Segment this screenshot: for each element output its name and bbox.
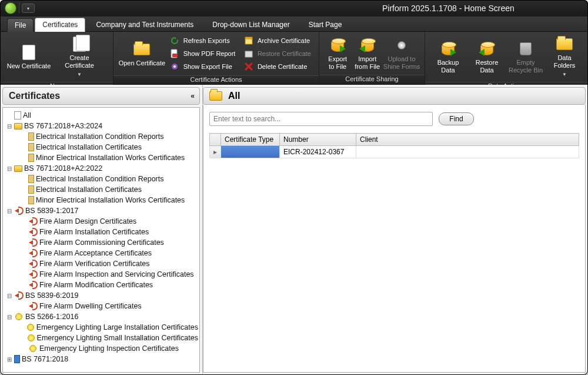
import-label: Import from File	[355, 55, 380, 71]
open-certificate-button[interactable]: Open Certificate	[117, 39, 167, 68]
bluebox-icon	[14, 355, 20, 363]
data-folders-button[interactable]: Data Folders ▼	[545, 34, 584, 79]
db-export-icon	[331, 39, 344, 52]
folder-open-icon	[133, 44, 150, 55]
left-panel-header: Certificates «	[2, 87, 200, 105]
app-orb-icon[interactable]	[5, 2, 16, 14]
speaker-icon	[28, 217, 38, 225]
speaker-icon	[14, 291, 24, 300]
tree-node[interactable]: ·Fire Alarm Dwelling Certificates	[4, 301, 198, 311]
show-export-label: Show Export File	[183, 63, 232, 70]
collapse-icon[interactable]: «	[191, 92, 193, 100]
bulb-icon	[27, 334, 35, 342]
collapse-icon[interactable]: ⊟	[6, 123, 12, 130]
qat-dropdown[interactable]: ▾	[22, 4, 35, 13]
window-title: Pirform 2025.1.1708 - Home Screen	[382, 4, 514, 13]
table-row[interactable]: ▸EICR-202412-0367	[210, 146, 579, 158]
tree-node[interactable]: ⊟BS 5839-6:2019	[4, 290, 198, 301]
tree-node[interactable]: ⊞BS 7671:2018	[4, 354, 198, 364]
tree-node[interactable]: ⊟BS 7671:2018+A3:2024	[4, 121, 198, 131]
collapse-icon[interactable]: ⊟	[6, 293, 12, 299]
tree-node[interactable]: ·All	[4, 110, 198, 121]
svg-rect-5	[245, 37, 252, 39]
backup-data-button[interactable]: Backup Data	[429, 39, 467, 75]
tree-node-label: Fire Alarm Acceptance Certificates	[39, 249, 152, 257]
tree-node[interactable]: ·Fire Alarm Commissioning Certificates	[4, 237, 198, 248]
collapse-icon[interactable]: ⊟	[6, 165, 12, 172]
svg-rect-6	[245, 51, 252, 57]
svg-rect-1	[172, 54, 178, 57]
db-import-icon	[361, 39, 374, 52]
restore-data-label: Restore Data	[476, 59, 499, 74]
find-button[interactable]: Find	[439, 112, 474, 125]
col-client[interactable]: Client	[356, 134, 579, 146]
cell-number[interactable]: EICR-202412-0367	[280, 146, 356, 158]
tree-node[interactable]: ⊟BS 7671:2018+A2:2022	[4, 163, 198, 174]
tree-node[interactable]: ·Fire Alarm Acceptance Certificates	[4, 248, 198, 258]
tree-node[interactable]: ·Emergency Lighting Large Installation C…	[4, 322, 198, 333]
restore-data-button[interactable]: Restore Data	[467, 39, 506, 75]
archive-certificate-button[interactable]: Archive Certificate	[241, 34, 315, 47]
expand-icon[interactable]: ⊞	[6, 356, 12, 363]
speaker-icon	[28, 249, 38, 257]
show-pdf-button[interactable]: Show PDF Report	[167, 47, 241, 60]
tree-node-label: BS 5839-6:2019	[25, 291, 78, 300]
create-certificate-button[interactable]: Create Certificate ▼	[54, 34, 105, 79]
refresh-exports-label: Refresh Exports	[183, 37, 230, 44]
create-certificate-label: Create Certificate	[55, 54, 103, 69]
collapse-icon[interactable]: ⊟	[6, 314, 12, 320]
refresh-exports-button[interactable]: Refresh Exports	[167, 34, 241, 47]
certificates-grid[interactable]: Certificate Type Number Client ▸EICR-202…	[209, 133, 579, 158]
tree-node-label: Minor Electrical Installation Works Cert…	[36, 196, 185, 204]
tree-node[interactable]: ·Fire Alarm Design Certificates	[4, 216, 198, 227]
tree-node[interactable]: ·Fire Alarm Inspection and Servicing Cer…	[4, 269, 198, 280]
tab-file[interactable]: File	[7, 18, 34, 32]
archive-label: Archive Certificate	[258, 37, 310, 44]
tree-node[interactable]: ·Electrical Installation Certificates	[4, 184, 198, 195]
cell-client[interactable]	[356, 146, 579, 158]
col-number[interactable]: Number	[280, 134, 356, 146]
tree-node[interactable]: ·Fire Alarm Installation Certificates	[4, 227, 198, 237]
tree-node[interactable]: ·Electrical Installation Certificates	[4, 142, 198, 152]
new-certificate-button[interactable]: New Certificate	[4, 42, 54, 71]
tree-node-label: BS 7671:2018+A3:2024	[24, 122, 102, 130]
tree-node[interactable]: ·Minor Electrical Installation Works Cer…	[4, 152, 198, 163]
tree-node[interactable]: ·Fire Alarm Verification Certificates	[4, 258, 198, 269]
col-certificate-type[interactable]: Certificate Type	[221, 134, 280, 146]
pages-icon	[73, 36, 86, 52]
tree-node-label: Fire Alarm Commissioning Certificates	[39, 238, 164, 247]
group-certificate-actions: Open Certificate Refresh Exports Show PD…	[113, 32, 319, 84]
tab-certificates[interactable]: Certificates	[35, 18, 85, 32]
tab-start-page[interactable]: Start Page	[299, 18, 352, 31]
restore-icon	[243, 48, 254, 59]
empty-recycle-button: Empty Recycle Bin	[506, 39, 545, 75]
speaker-icon	[28, 228, 38, 236]
import-from-file-button[interactable]: Import from File	[353, 35, 383, 72]
db-restore-icon	[480, 42, 493, 55]
tree-node[interactable]: ·Fire Alarm Modification Certificates	[4, 280, 198, 290]
recycle-bin-icon	[520, 42, 532, 55]
search-input[interactable]	[209, 112, 433, 126]
tree-node-label: Fire Alarm Installation Certificates	[39, 228, 149, 236]
certificate-tree[interactable]: ·All⊟BS 7671:2018+A3:2024·Electrical Ins…	[2, 107, 200, 373]
gear-icon	[169, 61, 180, 72]
tree-node[interactable]: ·Emergency Lighting Small Installation C…	[4, 333, 198, 343]
svg-point-3	[173, 65, 176, 68]
tree-node-label: BS 7671:2018+A2:2022	[24, 164, 102, 172]
tree-node[interactable]: ·Electrical Installation Condition Repor…	[4, 131, 198, 142]
tree-node[interactable]: ⊟BS 5266-1:2016	[4, 311, 198, 322]
tab-company[interactable]: Company and Test Instruments	[86, 18, 203, 31]
tree-node[interactable]: ·Emergency Lighting Inspection Certifica…	[4, 343, 198, 354]
tree-node[interactable]: ⊟BS 5839-1:2017	[4, 205, 198, 216]
tree-node-label: BS 5266-1:2016	[25, 313, 78, 321]
upload-icon	[397, 41, 406, 49]
delete-certificate-button[interactable]: Delete Certificate	[241, 60, 315, 73]
cell-certificate-type[interactable]	[221, 146, 280, 158]
tree-node[interactable]: ·Minor Electrical Installation Works Cer…	[4, 195, 198, 205]
export-to-file-button[interactable]: Export to File	[323, 35, 353, 72]
collapse-icon[interactable]: ⊟	[6, 208, 12, 214]
tab-dropdown-manager[interactable]: Drop-down List Manager	[203, 18, 299, 31]
tree-node[interactable]: ·Electrical Installation Condition Repor…	[4, 174, 198, 184]
show-export-button[interactable]: Show Export File	[167, 60, 241, 73]
tree-node-label: Electrical Installation Certificates	[36, 185, 142, 194]
